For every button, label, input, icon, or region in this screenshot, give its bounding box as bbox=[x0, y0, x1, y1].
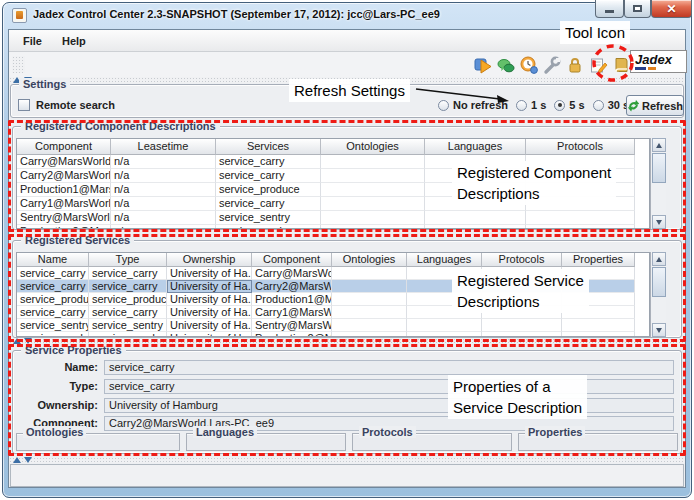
type-field[interactable]: service_carry bbox=[104, 379, 674, 394]
awareness-icon[interactable] bbox=[518, 54, 539, 75]
radio-icon[interactable] bbox=[516, 100, 527, 111]
annotation-properties-description: Properties of aService Description bbox=[448, 375, 587, 419]
maximize-button[interactable] bbox=[624, 0, 651, 18]
remote-search-checkbox[interactable]: Remote search bbox=[18, 99, 115, 111]
table-cell: University of Ha... bbox=[167, 293, 252, 306]
table-cell: University of Ha... bbox=[167, 332, 252, 337]
conversation-icon[interactable] bbox=[495, 54, 516, 75]
column-header[interactable]: Services bbox=[216, 139, 321, 155]
refresh-button[interactable]: Refresh bbox=[626, 95, 684, 116]
column-header[interactable]: Properties bbox=[562, 253, 635, 267]
table-cell bbox=[332, 267, 407, 280]
column-header[interactable]: Ownership bbox=[167, 253, 252, 267]
window-icon bbox=[12, 8, 27, 23]
protocols-group: Protocols bbox=[352, 433, 512, 451]
radio-30-s[interactable]: 30 s bbox=[593, 99, 629, 111]
table-row[interactable]: service_sentryservice_sentryUniversity o… bbox=[17, 319, 649, 332]
table-cell: Production2@MarsWo... bbox=[17, 225, 111, 229]
menu-file[interactable]: File bbox=[15, 33, 50, 49]
table-cell bbox=[482, 332, 562, 337]
scroll-down-icon[interactable] bbox=[652, 323, 666, 337]
radio-no-refresh[interactable]: No refresh bbox=[438, 99, 508, 111]
refresh-icon bbox=[627, 99, 639, 112]
library-book-icon[interactable] bbox=[610, 54, 631, 75]
radio-label: No refresh bbox=[453, 99, 508, 111]
table-cell: n/a bbox=[111, 183, 216, 197]
checkbox-icon[interactable] bbox=[18, 99, 30, 111]
column-header[interactable]: Languages bbox=[425, 139, 526, 155]
ownership-label: Ownership: bbox=[14, 398, 98, 413]
refresh-radio-group: No refresh1 s5 s30 s bbox=[438, 99, 629, 111]
menu-help[interactable]: Help bbox=[54, 33, 94, 49]
table-cell: n/a bbox=[111, 169, 216, 183]
table-cell: Carry2@MarsW... bbox=[252, 280, 332, 293]
table-cell: Carry1@MarsW... bbox=[252, 306, 332, 319]
radio-1-s[interactable]: 1 s bbox=[516, 99, 546, 111]
scroll-down-icon[interactable] bbox=[652, 215, 666, 229]
table-cell bbox=[562, 332, 635, 337]
table-cell bbox=[526, 211, 635, 225]
wrench-settings-icon[interactable] bbox=[541, 54, 562, 75]
radio-icon[interactable] bbox=[438, 100, 449, 111]
scrollbar-thumb[interactable] bbox=[652, 153, 666, 183]
column-header[interactable]: Name bbox=[17, 253, 89, 267]
column-header[interactable]: Protocols bbox=[482, 253, 562, 267]
column-header[interactable]: Component bbox=[17, 139, 111, 155]
ownership-field[interactable]: University of Hamburg bbox=[104, 398, 674, 413]
column-header[interactable]: Ontologies bbox=[332, 253, 407, 267]
radio-label: 1 s bbox=[531, 99, 546, 111]
table-cell bbox=[321, 225, 425, 229]
screenshot-stage: Jadex Control Center 2.3-SNAPSHOT (Septe… bbox=[0, 0, 694, 500]
table-cell bbox=[332, 280, 407, 293]
table-row[interactable]: Production2@MarsWo...n/aservice_produce bbox=[17, 225, 649, 229]
table-header-row: ComponentLeasetimeServicesOntologiesLang… bbox=[17, 139, 649, 155]
services-table-scrollbar[interactable] bbox=[650, 252, 666, 337]
table-row[interactable]: Sentry@MarsWorld.La...n/aservice_sentry bbox=[17, 211, 649, 225]
splitter-collapse-icon[interactable] bbox=[13, 338, 21, 344]
column-header[interactable]: Type bbox=[89, 253, 167, 267]
jadex-logo-bars bbox=[635, 67, 686, 70]
security-lock-icon[interactable] bbox=[564, 54, 585, 75]
component-table-scrollbar[interactable] bbox=[650, 138, 666, 229]
scroll-up-icon[interactable] bbox=[652, 252, 666, 266]
splitter-middle[interactable] bbox=[9, 338, 685, 343]
table-cell bbox=[526, 225, 635, 229]
annotation-refresh-settings: Refresh Settings bbox=[289, 79, 410, 102]
protocols-group-title: Protocols bbox=[359, 426, 416, 438]
test-notes-icon[interactable] bbox=[587, 54, 608, 75]
table-cell: n/a bbox=[111, 211, 216, 225]
scroll-up-icon[interactable] bbox=[652, 138, 666, 152]
table-header-row: NameTypeOwnershipComponentOntologiesLang… bbox=[17, 253, 649, 267]
table-cell: service_carry bbox=[216, 197, 321, 211]
splitter-expand-icon[interactable] bbox=[24, 457, 32, 463]
minimize-button[interactable] bbox=[595, 0, 624, 18]
type-label: Type: bbox=[14, 379, 98, 394]
table-cell: University of Ha... bbox=[167, 267, 252, 280]
column-header[interactable]: Languages bbox=[407, 253, 482, 267]
starter-icon[interactable] bbox=[472, 54, 493, 75]
table-cell: Carry@MarsWorld.Lar... bbox=[17, 155, 111, 169]
table-cell: service_produce bbox=[17, 332, 89, 337]
name-field[interactable]: service_carry bbox=[104, 360, 674, 375]
close-button[interactable]: ✕ bbox=[651, 0, 692, 18]
table-cell: service_carry bbox=[89, 280, 167, 293]
column-header[interactable]: Component bbox=[252, 253, 332, 267]
jadex-logo: Jadex bbox=[630, 50, 687, 73]
splitter-bottom[interactable] bbox=[9, 457, 685, 463]
toolbar-grip[interactable] bbox=[12, 56, 25, 73]
splitter-collapse-icon[interactable] bbox=[13, 457, 21, 463]
close-icon: ✕ bbox=[666, 2, 676, 16]
table-row[interactable]: service_produceservice_produceUniversity… bbox=[17, 332, 649, 337]
table-cell bbox=[321, 197, 425, 211]
radio-5-s[interactable]: 5 s bbox=[554, 99, 584, 111]
column-header[interactable]: Leasetime bbox=[111, 139, 216, 155]
table-cell: Carry2@MarsWorld.La... bbox=[17, 169, 111, 183]
scrollbar-thumb[interactable] bbox=[652, 267, 666, 297]
column-header[interactable]: Ontologies bbox=[321, 139, 425, 155]
table-cell: service_carry bbox=[17, 306, 89, 319]
column-header[interactable]: Protocols bbox=[526, 139, 635, 155]
radio-icon[interactable] bbox=[593, 100, 604, 111]
radio-icon[interactable] bbox=[554, 100, 565, 111]
field-name: Name: service_carry bbox=[14, 360, 678, 375]
table-cell: Production1@M... bbox=[252, 293, 332, 306]
